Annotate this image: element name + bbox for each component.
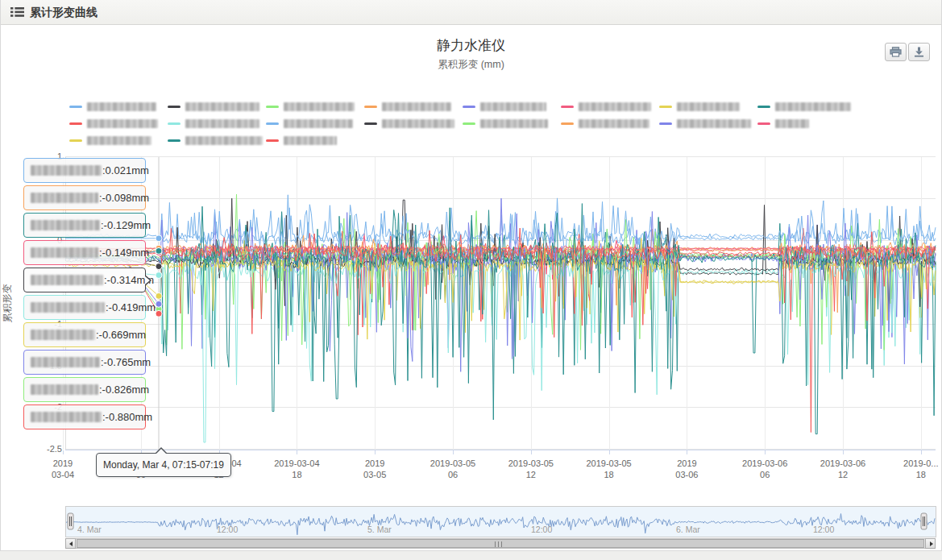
legend-label-redacted (579, 119, 649, 128)
series-marker-icon (463, 122, 475, 125)
legend-label-redacted (480, 102, 546, 111)
tooltip-row: :0.021mm (23, 158, 146, 183)
x-axis-label: 2019-03-0612 (804, 458, 882, 480)
series-marker-icon (266, 139, 279, 142)
series-marker-icon (757, 122, 770, 125)
scrollbar-right-button[interactable] (925, 538, 936, 549)
hover-marker (156, 235, 162, 242)
tooltip-value: :-0.314mm (104, 274, 154, 286)
series-marker-icon (69, 122, 82, 125)
chart-panel: 累计形变曲线 静力水准仪 累积形变 (mm) (0, 0, 942, 551)
legend-item[interactable] (364, 98, 463, 115)
tooltip-value: :-0.880mm (102, 411, 152, 423)
date-tooltip: Monday, Mar 4, 07:15-07:19 (96, 453, 231, 477)
legend-item[interactable] (463, 115, 561, 132)
tooltip-value: :-0.419mm (106, 301, 156, 313)
legend-label-redacted (284, 119, 353, 128)
tooltip-series-name-redacted (31, 220, 100, 230)
navigator-axis-label: 4. Mar (77, 525, 102, 534)
legend-item[interactable] (364, 115, 463, 132)
legend-label-redacted (185, 119, 259, 128)
tooltip-value: :-0.098mm (99, 192, 149, 204)
tooltip-stack: :0.021mm:-0.098mm:-0.129mm:-0.149mm:-0.3… (23, 158, 146, 432)
legend-label-redacted (382, 102, 451, 111)
legend-item[interactable] (69, 98, 168, 115)
series-marker-icon (364, 106, 377, 108)
tooltip-value: :-0.826mm (99, 384, 149, 396)
legend-item[interactable] (561, 115, 659, 132)
tooltip-value: :-0.149mm (99, 247, 149, 259)
x-axis-label: 2019-03-0606 (726, 458, 803, 480)
hover-marker (156, 247, 162, 254)
tooltip-series-name-redacted (31, 384, 98, 395)
legend-item[interactable] (659, 98, 757, 115)
navigator-axis-label: 6. Mar (676, 525, 700, 534)
legend (69, 98, 883, 149)
series-marker-icon (659, 106, 672, 108)
legend-label-redacted (87, 102, 156, 111)
legend-label-redacted (185, 136, 263, 145)
legend-label-redacted (284, 136, 337, 145)
x-axis-label: 201903-06 (648, 458, 725, 480)
tooltip-series-name-redacted (31, 193, 98, 203)
legend-item[interactable] (168, 98, 266, 115)
series-marker-icon (757, 106, 770, 108)
tooltip-row: :-0.826mm (23, 377, 146, 402)
series-marker-icon (463, 106, 475, 108)
list-icon[interactable] (10, 6, 24, 21)
tooltip-value: :-0.669mm (96, 329, 146, 341)
series-marker-icon (168, 106, 181, 108)
tooltip-series-name-redacted (31, 247, 98, 258)
legend-label-redacted (382, 119, 454, 128)
series-marker-icon (561, 122, 574, 125)
app-root: 累计形变曲线 静力水准仪 累积形变 (mm) (0, 0, 942, 560)
series-marker-icon (561, 106, 574, 108)
arrow-left-icon (69, 541, 73, 546)
legend-item[interactable] (659, 115, 757, 132)
tooltip-row: :-0.765mm (23, 350, 146, 375)
legend-label-redacted (480, 119, 548, 128)
tooltip-row: :-0.129mm (23, 213, 146, 238)
legend-label-redacted (87, 119, 158, 128)
series-marker-icon (266, 106, 279, 108)
legend-item[interactable] (266, 115, 364, 132)
hover-marker (156, 292, 162, 299)
legend-item[interactable] (757, 98, 856, 115)
scrollbar-grip-icon (495, 541, 503, 547)
navigator-axis-label: 12:00 (531, 525, 552, 534)
navigator-axis-label: 12:00 (813, 525, 834, 534)
series-marker-icon (659, 122, 672, 125)
y-axis-title: 累积形变 (1, 255, 15, 352)
series-marker-icon (69, 106, 82, 108)
legend-item[interactable] (69, 132, 168, 149)
scrollbar-left-button[interactable] (65, 538, 76, 549)
tooltip-series-name-redacted (31, 357, 100, 367)
legend-item[interactable] (757, 115, 856, 132)
tooltip-series-name-redacted (31, 165, 102, 176)
legend-item[interactable] (266, 98, 364, 115)
hover-marker (156, 263, 162, 270)
scrollbar-thumb[interactable] (77, 539, 924, 548)
y-axis-label: -2.5 (27, 444, 62, 454)
hover-marker (156, 310, 162, 317)
tooltip-row: :-0.098mm (23, 185, 146, 210)
legend-item[interactable] (168, 132, 266, 149)
navigator-handle-left[interactable] (68, 513, 73, 529)
legend-item[interactable] (266, 132, 364, 149)
series-marker-icon (69, 139, 82, 142)
navigator-axis-label: 12:00 (217, 525, 238, 534)
x-axis-label: 2019-03-0506 (414, 458, 492, 480)
legend-label-redacted (185, 102, 259, 111)
series-marker-icon (266, 122, 279, 125)
legend-item[interactable] (69, 115, 168, 132)
arrow-right-icon (930, 541, 933, 546)
header-bar: 累计形变曲线 (1, 0, 941, 25)
tooltip-row: :-0.669mm (23, 322, 146, 347)
tooltip-row: :-0.314mm (23, 268, 146, 292)
tooltip-row: :-0.419mm (23, 295, 146, 320)
navigator-handle-right[interactable] (921, 513, 927, 529)
legend-item[interactable] (561, 98, 659, 115)
chart-card: 静力水准仪 累积形变 (mm) (1, 25, 941, 550)
legend-item[interactable] (168, 115, 266, 132)
legend-item[interactable] (463, 98, 561, 115)
